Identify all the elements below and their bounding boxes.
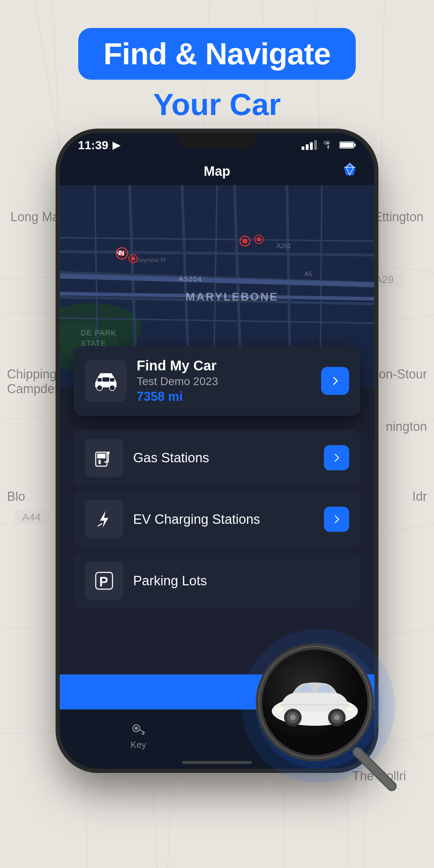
ev-charging-arrow[interactable] <box>324 507 349 532</box>
svg-rect-44 <box>97 378 102 382</box>
signal-icon <box>302 140 317 150</box>
svg-rect-48 <box>99 460 101 464</box>
svg-rect-6 <box>354 144 356 146</box>
svg-text:P: P <box>99 574 108 589</box>
ev-charging-item[interactable]: EV Charging Stations <box>74 491 360 547</box>
bg-label-blo: Blo <box>7 489 25 504</box>
svg-rect-47 <box>97 454 106 458</box>
parking-lots-label: Parking Lots <box>133 573 349 588</box>
svg-text:Seymour Pl: Seymour Pl <box>137 257 166 263</box>
nav-title: Map <box>204 164 230 179</box>
svg-point-77 <box>334 715 340 721</box>
find-car-info: Find My Car Test Demo 2023 7358 mi <box>137 358 311 404</box>
find-car-arrow-button[interactable] <box>321 367 349 395</box>
svg-text:A5: A5 <box>304 270 312 277</box>
bg-label-idr: Idr <box>412 489 427 504</box>
header: Find & Navigate Your Car <box>0 28 434 122</box>
svg-line-52 <box>100 523 102 525</box>
menu-section: Gas Stations <box>74 430 360 609</box>
svg-line-53 <box>98 525 100 526</box>
svg-text:N: N <box>119 249 124 257</box>
svg-point-51 <box>107 451 110 454</box>
svg-rect-45 <box>110 378 114 382</box>
gas-stations-item[interactable]: Gas Stations <box>74 430 360 486</box>
ev-icon-box <box>85 500 123 538</box>
location-icon: ▶ <box>113 139 120 151</box>
bg-label-ettington: Ettington <box>374 210 424 224</box>
parking-lots-item[interactable]: P Parking Lots <box>74 553 360 609</box>
header-title-line2: Your Car <box>153 87 281 122</box>
ev-charging-label: EV Charging Stations <box>133 512 314 527</box>
svg-text:DE PARK: DE PARK <box>81 328 116 337</box>
parking-icon-box: P <box>85 562 123 600</box>
svg-point-42 <box>109 385 115 391</box>
svg-point-35 <box>243 239 247 244</box>
tab-key-label: Key <box>131 739 146 750</box>
status-icons <box>302 140 356 150</box>
svg-rect-79 <box>346 708 353 710</box>
wifi-icon <box>323 141 334 149</box>
premium-icon[interactable] <box>342 162 357 181</box>
gas-icon-box <box>85 439 123 477</box>
svg-point-41 <box>97 385 102 391</box>
car-icon-box <box>85 360 127 402</box>
phone-notch <box>179 133 255 148</box>
bg-label-longma: Long Ma <box>10 210 59 224</box>
svg-text:A201: A201 <box>276 243 291 249</box>
status-time: 11:39 ▶ <box>78 138 120 152</box>
svg-point-4 <box>327 147 329 149</box>
magnifier-decoration <box>220 615 402 797</box>
svg-text:A29: A29 <box>375 274 393 285</box>
title-badge: Find & Navigate <box>78 28 356 80</box>
svg-line-58 <box>139 730 145 732</box>
svg-point-33 <box>131 256 135 261</box>
svg-rect-7 <box>340 143 353 147</box>
svg-text:A44: A44 <box>22 511 41 523</box>
key-icon <box>131 721 146 737</box>
gas-stations-label: Gas Stations <box>133 450 314 465</box>
find-car-miles: 7358 mi <box>137 389 311 404</box>
battery-icon <box>339 141 356 149</box>
svg-point-74 <box>290 715 296 721</box>
tab-key[interactable]: Key <box>60 721 217 757</box>
svg-rect-78 <box>277 708 284 710</box>
find-car-demo: Test Demo 2023 <box>137 375 311 388</box>
find-car-title: Find My Car <box>137 358 311 374</box>
svg-point-57 <box>135 726 138 730</box>
phone-mockup: 11:39 ▶ <box>60 133 374 769</box>
nav-header: Map <box>60 157 374 185</box>
svg-text:MARYLEBONE: MARYLEBONE <box>186 290 279 303</box>
svg-point-37 <box>257 237 261 241</box>
header-title-line1: Find & Navigate <box>103 38 331 70</box>
svg-rect-43 <box>102 377 109 382</box>
svg-text:A5204: A5204 <box>179 275 202 283</box>
find-my-car-card[interactable]: Find My Car Test Demo 2023 7358 mi <box>74 346 360 416</box>
bg-label-nington: nington <box>386 419 427 434</box>
gas-stations-arrow[interactable] <box>324 445 349 470</box>
bg-label-chipping: ChippingCampden <box>7 367 62 396</box>
